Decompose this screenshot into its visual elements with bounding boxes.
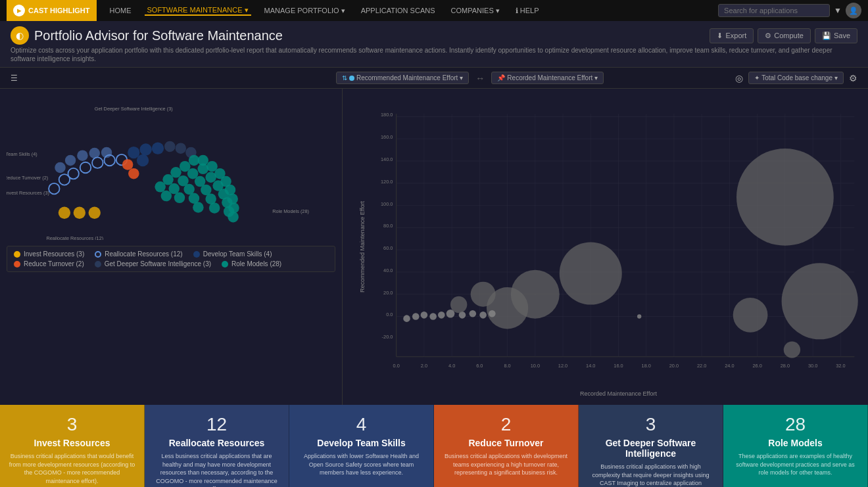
legend-models: Role Models (28): [222, 260, 281, 267]
legend-models-label: Role Models (28): [231, 260, 281, 267]
svg-point-18: [137, 154, 149, 166]
sort-icon: ⇅: [342, 74, 347, 81]
svg-point-54: [161, 191, 172, 202]
main-charts: Invest Resources (3) Reduce Turnover (2)…: [0, 89, 868, 405]
nav-logo-text: CAST HIGHLIGHT: [28, 7, 90, 14]
code-icon: ✦: [754, 74, 760, 81]
svg-point-126: [421, 312, 428, 319]
invest-desc: Business critical applications that woul…: [8, 452, 136, 485]
develop-title: Develop Team Skills: [317, 438, 405, 448]
svg-point-122: [784, 341, 800, 358]
left-menu-icon[interactable]: ☰: [11, 74, 18, 83]
recommended-effort-btn[interactable]: ⇅ Recommended Maintenance Effort ▾: [336, 72, 469, 84]
svg-text:6.0: 6.0: [476, 363, 483, 369]
svg-point-10: [68, 168, 79, 179]
invest-legend-dot: [14, 251, 20, 258]
svg-point-135: [471, 282, 496, 307]
legend-intelligence: Get Deeper Software Intelligence (3): [95, 260, 211, 267]
legend-reduce-label: Reduce Turnover (2): [24, 260, 84, 267]
bubble-arc-chart: Invest Resources (3) Reduce Turnover (2)…: [7, 95, 309, 240]
develop-card: 4 Develop Team Skills Applications with …: [289, 405, 434, 487]
reallocate-desc: Less business critical applications that…: [153, 452, 281, 487]
nav-manage-portfolio[interactable]: MANAGE PORTFOLIO ▾: [262, 7, 348, 15]
invest-card: 3 Invest Resources Business critical app…: [0, 405, 145, 487]
models-card: 28 Role Models These applications are ex…: [723, 405, 868, 487]
svg-text:24.0: 24.0: [725, 363, 734, 369]
svg-point-127: [429, 313, 437, 320]
legend-intelligence-label: Get Deeper Software Intelligence (3): [105, 260, 211, 267]
svg-point-37: [222, 197, 233, 208]
compute-button[interactable]: ⚙ Compute: [758, 28, 811, 43]
svg-text:120.0: 120.0: [381, 179, 393, 185]
user-avatar[interactable]: 👤: [846, 3, 861, 18]
nav-software-maintenance[interactable]: SOFTWARE MAINTENANCE ▾: [145, 6, 251, 16]
svg-text:2.0: 2.0: [421, 363, 427, 369]
svg-text:Get Deeper Software Intelligen: Get Deeper Software Intelligence (3): [95, 106, 173, 112]
export-icon: ⬇: [717, 32, 723, 40]
svg-point-132: [479, 312, 487, 319]
search-input[interactable]: [718, 4, 830, 17]
svg-text:Invest Resources (3): Invest Resources (3): [7, 190, 49, 196]
intelligence-card: 3 Get Deeper Software Intelligence Busin…: [579, 405, 723, 487]
intelligence-title: Get Deeper Software Intelligence: [587, 438, 715, 459]
total-code-btn[interactable]: ✦ Total Code base change ▾: [748, 72, 844, 84]
chevron-down-icon: ▾: [460, 74, 463, 81]
svg-point-3: [49, 183, 60, 195]
navbar: CAST HIGHLIGHT HOME SOFTWARE MAINTENANCE…: [0, 0, 868, 21]
svg-point-22: [176, 143, 187, 154]
svg-point-19: [122, 159, 133, 170]
invest-title: Invest Resources: [34, 438, 110, 448]
svg-point-131: [470, 310, 477, 317]
export-button[interactable]: ⬇ Export: [710, 28, 754, 43]
page-subtitle: Optimize costs across your application p…: [11, 46, 857, 63]
reallocate-count: 12: [206, 414, 227, 435]
svg-text:40.0: 40.0: [383, 267, 393, 273]
svg-text:14.0: 14.0: [586, 363, 595, 369]
reallocate-legend-dot: [95, 251, 101, 258]
svg-text:Role Models (28): Role Models (28): [272, 208, 309, 214]
intelligence-count: 3: [646, 414, 656, 435]
svg-text:60.0: 60.0: [383, 245, 393, 251]
filter-icon[interactable]: ▼: [834, 6, 842, 15]
svg-point-21: [164, 141, 176, 152]
svg-point-38: [224, 206, 235, 218]
models-desc: These applications are examples of healt…: [731, 452, 859, 477]
chevron-down-icon2: ▾: [594, 74, 598, 81]
reduce-count: 2: [501, 414, 512, 435]
svg-text:0.0: 0.0: [386, 312, 393, 317]
nav-companies[interactable]: COMPANIES ▾: [448, 7, 502, 15]
right-chart-area: Recommended Maintenance Effort 180.0 160…: [342, 89, 868, 405]
nav-home[interactable]: HOME: [107, 7, 134, 14]
svg-point-32: [189, 155, 200, 166]
nav-application-scans[interactable]: APPLICATION SCANS: [358, 7, 438, 14]
svg-point-2: [89, 207, 101, 219]
save-icon: 💾: [822, 32, 831, 40]
target-icon[interactable]: ◎: [735, 73, 743, 83]
reduce-desc: Business critical applications with deve…: [442, 452, 570, 477]
svg-text:Reallocate Resources (12): Reallocate Resources (12): [46, 235, 103, 240]
svg-text:16.0: 16.0: [614, 363, 623, 369]
save-button[interactable]: 💾 Save: [815, 28, 857, 43]
develop-legend-dot: [193, 251, 200, 258]
intelligence-legend-dot: [95, 261, 101, 267]
nav-help[interactable]: ℹ HELP: [513, 7, 542, 15]
page-header: Portfolio Advisor for Software Maintenan…: [0, 21, 868, 68]
svg-point-124: [403, 315, 410, 322]
intelligence-desc: Business critical applications with high…: [587, 463, 715, 487]
svg-point-128: [438, 312, 445, 319]
controls-row: ☰ ⇅ Recommended Maintenance Effort ▾ ↔ 📌…: [0, 68, 868, 89]
legend-invest: Invest Resources (3): [14, 250, 84, 258]
recorded-effort-btn[interactable]: 📌 Recorded Maintenance Effort ▾: [491, 72, 604, 84]
compute-icon: ⚙: [765, 32, 771, 40]
nav-logo[interactable]: CAST HIGHLIGHT: [7, 0, 97, 21]
svg-point-44: [209, 202, 220, 214]
svg-text:Reduce Turnover (2): Reduce Turnover (2): [7, 175, 48, 181]
svg-text:32.0: 32.0: [836, 363, 845, 369]
reallocate-title: Reallocate Resources: [169, 438, 265, 448]
header-actions: ⬇ Export ⚙ Compute 💾 Save: [710, 28, 857, 43]
pin-icon: 📌: [497, 74, 505, 81]
settings-icon[interactable]: ⚙: [849, 73, 857, 83]
legend-develop: Develop Team Skills (4): [193, 250, 272, 258]
bottom-cards: 3 Invest Resources Business critical app…: [0, 405, 868, 487]
svg-point-7: [77, 150, 87, 161]
